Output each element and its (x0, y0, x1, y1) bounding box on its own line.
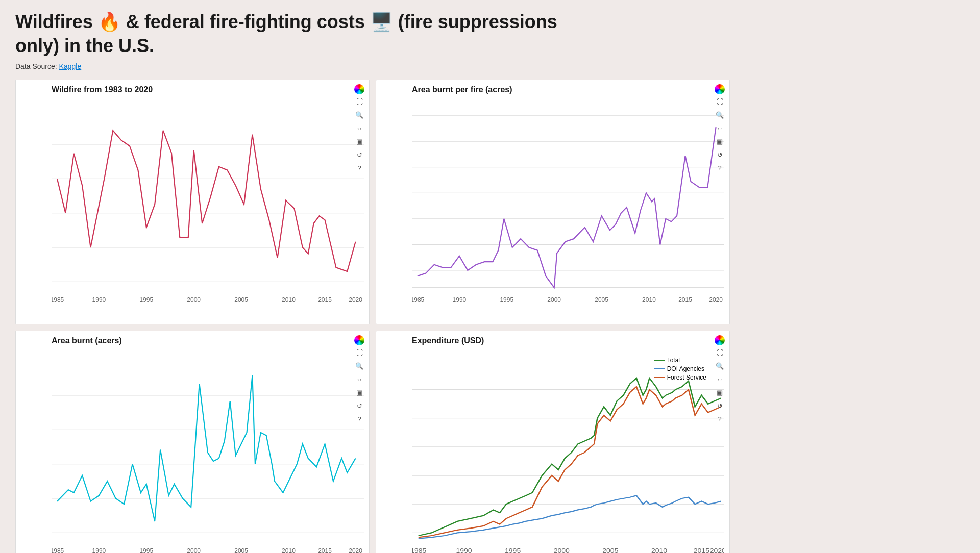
svg-text:2005: 2005 (234, 547, 248, 553)
charts-grid: Wildfire from 1983 to 2020 ⛶ 🔍 ↔ ▣ ↺ ? 9… (15, 80, 730, 553)
pan-icon-3[interactable]: ↔ (354, 374, 365, 385)
legend-forest-line (654, 377, 665, 378)
svg-text:2020: 2020 (710, 547, 724, 553)
area-per-fire-title: Area burnt per fire (acres) (412, 85, 724, 94)
color-wheel-icon[interactable] (354, 84, 364, 94)
svg-text:1985: 1985 (52, 296, 64, 303)
color-wheel-icon-3[interactable] (354, 335, 364, 345)
svg-text:2015: 2015 (318, 296, 332, 303)
area-burnt-toolbar: ⛶ 🔍 ↔ ▣ ↺ ? (354, 335, 365, 425)
crosshair-icon-4[interactable]: ⛶ (714, 347, 725, 359)
crosshair-icon[interactable]: ⛶ (354, 96, 365, 108)
legend-forest-label: Forest Service (667, 374, 706, 381)
screenshot-icon-3[interactable]: ▣ (354, 387, 365, 398)
svg-text:1995: 1995 (500, 296, 513, 303)
svg-text:1990: 1990 (92, 296, 106, 303)
help-icon-4[interactable]: ? (714, 414, 725, 425)
crosshair-icon-3[interactable]: ⛶ (354, 347, 365, 359)
svg-text:1985: 1985 (52, 547, 64, 553)
expenditure-chart: Expenditure (USD) ⛶ 🔍 ↔ ▣ ↺ ? Total DOI … (376, 331, 730, 553)
svg-text:2010: 2010 (651, 547, 667, 553)
legend-total-label: Total (667, 357, 680, 364)
svg-text:1990: 1990 (453, 296, 467, 303)
svg-text:2000: 2000 (187, 296, 201, 303)
reset-icon-3[interactable]: ↺ (354, 400, 365, 412)
reset-icon-4[interactable]: ↺ (714, 400, 725, 412)
zoom-icon-3[interactable]: 🔍 (354, 361, 365, 372)
help-icon[interactable]: ? (354, 163, 365, 174)
svg-text:1995: 1995 (505, 547, 521, 553)
svg-text:1985: 1985 (412, 296, 425, 303)
legend-forest: Forest Service (654, 374, 706, 381)
svg-text:1990: 1990 (92, 547, 106, 553)
svg-text:2020: 2020 (349, 296, 362, 303)
reset-icon-2[interactable]: ↺ (714, 149, 725, 161)
wildfire-toolbar: ⛶ 🔍 ↔ ▣ ↺ ? (354, 84, 365, 174)
legend-doi: DOI Agencies (654, 365, 706, 372)
color-wheel-icon-2[interactable] (715, 84, 725, 94)
reset-icon[interactable]: ↺ (354, 149, 365, 161)
svg-text:2015: 2015 (318, 547, 332, 553)
help-icon-3[interactable]: ? (354, 414, 365, 425)
svg-text:2000: 2000 (547, 296, 561, 303)
kaggle-link[interactable]: Kaggle (59, 62, 82, 70)
expenditure-legend: Total DOI Agencies Forest Service (654, 357, 706, 383)
svg-text:2000: 2000 (554, 547, 570, 553)
svg-text:2005: 2005 (595, 296, 608, 303)
svg-text:1995: 1995 (139, 296, 153, 303)
svg-text:2005: 2005 (234, 296, 248, 303)
area-per-fire-svg: 160 140 120 100 80 60 40 20 1985 1990 19… (412, 98, 724, 322)
pan-icon-4[interactable]: ↔ (714, 374, 725, 385)
svg-text:1990: 1990 (456, 547, 472, 553)
legend-total-line (654, 360, 665, 361)
svg-text:2010: 2010 (282, 547, 296, 553)
svg-text:2010: 2010 (282, 296, 296, 303)
help-icon-2[interactable]: ? (714, 163, 725, 174)
svg-text:1985: 1985 (412, 547, 426, 553)
pan-icon[interactable]: ↔ (354, 123, 365, 134)
screenshot-icon-4[interactable]: ▣ (714, 387, 725, 398)
screenshot-icon-2[interactable]: ▣ (714, 136, 725, 147)
wildfire-chart: Wildfire from 1983 to 2020 ⛶ 🔍 ↔ ▣ ↺ ? 9… (15, 80, 370, 324)
svg-text:2000: 2000 (187, 547, 201, 553)
svg-text:2015: 2015 (694, 547, 709, 553)
svg-text:2020: 2020 (709, 296, 723, 303)
expenditure-title: Expenditure (USD) (412, 336, 724, 345)
wildfire-svg: 90000 80000 70000 60000 50000 1985 1990 … (52, 98, 364, 322)
legend-doi-label: DOI Agencies (667, 365, 704, 372)
data-source: Data Source: Kaggle (15, 62, 965, 70)
screenshot-icon[interactable]: ▣ (354, 136, 365, 147)
svg-text:2010: 2010 (642, 296, 656, 303)
area-burnt-title: Area burnt (acers) (52, 336, 364, 345)
svg-text:2020: 2020 (349, 547, 362, 553)
svg-text:1995: 1995 (139, 547, 153, 553)
zoom-icon-4[interactable]: 🔍 (714, 361, 725, 372)
svg-text:2015: 2015 (678, 296, 692, 303)
crosshair-icon-2[interactable]: ⛶ (714, 96, 725, 108)
area-burnt-chart: Area burnt (acers) ⛶ 🔍 ↔ ▣ ↺ ? 10000000 … (15, 331, 370, 553)
zoom-icon-2[interactable]: 🔍 (714, 110, 725, 121)
pan-icon-2[interactable]: ↔ (714, 123, 725, 134)
zoom-icon[interactable]: 🔍 (354, 110, 365, 121)
legend-total: Total (654, 357, 706, 364)
page-title: Wildfires 🔥 & federal fire-fighting cost… (15, 10, 577, 58)
color-wheel-icon-4[interactable] (715, 335, 725, 345)
legend-doi-line (654, 368, 665, 369)
area-per-fire-chart: Area burnt per fire (acres) ⛶ 🔍 ↔ ▣ ↺ ? … (376, 80, 730, 324)
area-burnt-svg: 10000000 8000000 6000000 4000000 2000000… (52, 349, 364, 553)
svg-text:2005: 2005 (602, 547, 618, 553)
wildfire-chart-title: Wildfire from 1983 to 2020 (52, 85, 364, 94)
expenditure-toolbar: ⛶ 🔍 ↔ ▣ ↺ ? (714, 335, 725, 425)
area-per-fire-toolbar: ⛶ 🔍 ↔ ▣ ↺ ? (714, 84, 725, 174)
